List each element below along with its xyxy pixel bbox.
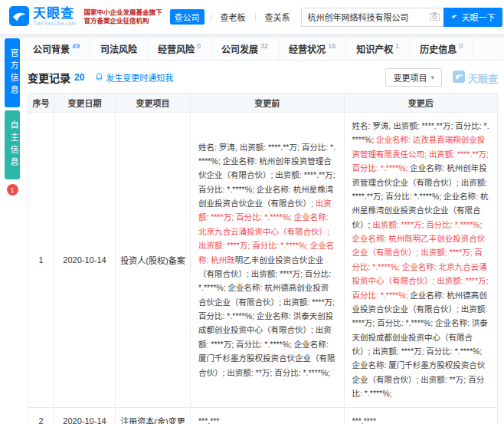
nav-item-relation[interactable]: 查关系 bbox=[262, 9, 293, 25]
tab-count: 1 bbox=[395, 42, 399, 50]
tab-label: 知识产权 bbox=[356, 42, 393, 55]
top-bar: 天眼查 TianYanCha.com 国家中小企业发展基金旗下 官方备案企业征信… bbox=[0, 0, 504, 34]
search-type-nav: 查公司 查老板 查关系 bbox=[170, 9, 293, 25]
official-slogan: 国家中小企业发展基金旗下 官方备案企业征信机构 bbox=[84, 8, 162, 26]
table-row: 12020-10-14投资人(股权)备案姓名: 罗涛, 出资额: ****.**… bbox=[28, 113, 498, 408]
tab-label: 公司背景 bbox=[33, 42, 70, 55]
search-input[interactable] bbox=[301, 8, 443, 27]
row-before-change: 姓名: 罗涛, 出资额: ****.**万; 百分比: *.****%; 企业名… bbox=[191, 113, 345, 408]
tab-intellectual-property[interactable]: 知识产权1 bbox=[346, 38, 410, 60]
tab-count: 0 bbox=[459, 42, 463, 50]
column-header: 序号 bbox=[28, 94, 54, 113]
logo-subtext: TianYanCha.com bbox=[33, 21, 77, 27]
nav-divider bbox=[255, 13, 256, 21]
row-date: 2020-10-14 bbox=[54, 113, 116, 408]
row-before-change: ***.*** bbox=[191, 407, 345, 424]
tab-count: 16 bbox=[328, 42, 335, 50]
row-after-change: 姓名: 罗涛, 出资额: ****.**万; 百分比: *.****%; 企业名… bbox=[344, 113, 498, 408]
row-change-item: 注册资本(金)变更 bbox=[116, 407, 191, 424]
tab-history-info[interactable]: 历史信息0 bbox=[410, 38, 473, 60]
changed-text-segment: 出资额: ****万; 百分比: *.****%; 企业名称: 杭州既明乙丰创业… bbox=[352, 220, 489, 300]
tab-count: 0 bbox=[197, 42, 201, 50]
watermark-text: 天眼查 bbox=[468, 71, 498, 85]
section-title: 变更记录 bbox=[28, 70, 70, 85]
tab-count: 32 bbox=[260, 42, 268, 50]
table-header-row: 序号变更日期变更项目变更前变更后 bbox=[28, 94, 498, 113]
sidebar-badge: 1 bbox=[7, 184, 18, 196]
sidebar-tab-official-info[interactable]: 官方信息 bbox=[5, 38, 20, 107]
section-header: 变更记录 20 发生变更时通知我 变更项目 ▾ 天眼查 bbox=[28, 68, 498, 87]
tab-judicial-risk[interactable]: 司法风险 bbox=[90, 38, 148, 60]
nav-item-company[interactable]: 查公司 bbox=[170, 9, 205, 25]
tab-label: 经营状况 bbox=[289, 42, 326, 55]
bell-icon bbox=[95, 73, 103, 83]
logo-eye-icon bbox=[9, 6, 29, 28]
text-segment: ***.**** bbox=[352, 416, 377, 424]
tab-operating-status[interactable]: 经营状况16 bbox=[279, 38, 346, 60]
search-button[interactable]: 天眼一下 bbox=[443, 8, 502, 27]
table-row: 22020-10-14注册资本(金)变更***.******.**** bbox=[28, 407, 498, 424]
tab-label: 历史信息 bbox=[420, 42, 457, 55]
row-after-change: ***.**** bbox=[344, 407, 498, 424]
tab-company-background[interactable]: 公司背景49 bbox=[23, 38, 90, 60]
tab-operating-risk[interactable]: 经营风险0 bbox=[148, 38, 211, 60]
search-box: 天眼一下 bbox=[301, 8, 502, 27]
tianyancha-logo[interactable]: 天眼查 TianYanCha.com bbox=[9, 6, 77, 28]
chevron-down-icon: ▾ bbox=[430, 74, 434, 81]
row-date: 2020-10-14 bbox=[54, 407, 116, 424]
text-segment: ***.*** bbox=[198, 416, 219, 424]
nav-item-boss[interactable]: 查老板 bbox=[218, 9, 249, 25]
tianyancha-watermark: 天眼查 bbox=[453, 71, 498, 85]
tabs-bar: 公司背景49司法风险经营风险0公司发展32经营状况16知识产权1历史信息0 bbox=[0, 38, 504, 61]
search-button-label: 天眼一下 bbox=[462, 11, 496, 23]
sidebar-tab-self-info[interactable]: 自主信息 bbox=[5, 110, 20, 179]
search-button-eye-icon bbox=[450, 12, 459, 22]
row-change-item: 投资人(股权)备案 bbox=[116, 113, 191, 408]
change-notify-link[interactable]: 发生变更时通知我 bbox=[95, 71, 173, 84]
section-count: 20 bbox=[74, 72, 84, 83]
tab-count: 49 bbox=[72, 42, 80, 50]
change-table-body: 12020-10-14投资人(股权)备案姓名: 罗涛, 出资额: ****.**… bbox=[28, 113, 498, 424]
logo-text: 天眼查 bbox=[33, 7, 77, 20]
row-seq: 2 bbox=[28, 407, 54, 424]
tab-label: 司法风险 bbox=[100, 42, 137, 55]
text-segment: 企业名称: 杭州德高创业投资合伙企业（有限合伙）; 出资额: ****万; 百分… bbox=[352, 291, 488, 399]
filter-label: 变更项目 bbox=[393, 71, 427, 84]
column-header: 变更前 bbox=[191, 94, 345, 113]
tab-label: 公司发展 bbox=[221, 42, 258, 55]
main-content: 变更记录 20 发生变更时通知我 变更项目 ▾ 天眼查 序号变更日期变更项目变更… bbox=[28, 68, 498, 424]
tab-company-development[interactable]: 公司发展32 bbox=[211, 38, 279, 60]
watermark-logo-icon bbox=[453, 71, 465, 85]
row-seq: 1 bbox=[28, 113, 54, 408]
camera-icon[interactable] bbox=[430, 12, 440, 23]
change-record-table: 序号变更日期变更项目变更前变更后 12020-10-14投资人(股权)备案姓名:… bbox=[28, 93, 498, 424]
column-header: 变更后 bbox=[344, 94, 498, 113]
column-header: 变更日期 bbox=[54, 94, 116, 113]
text-segment: 明乙丰创业投资合伙企业（有限合伙）; 出资额: ****万; 百分比: *.**… bbox=[198, 255, 335, 377]
nav-divider bbox=[211, 13, 211, 21]
notify-label: 发生变更时通知我 bbox=[106, 71, 173, 84]
tab-label: 经营风险 bbox=[158, 42, 195, 55]
left-sidebar: 官方信息 自主信息 1 bbox=[5, 38, 20, 196]
column-header: 变更项目 bbox=[116, 94, 191, 113]
change-item-filter-button[interactable]: 变更项目 ▾ bbox=[385, 68, 442, 87]
